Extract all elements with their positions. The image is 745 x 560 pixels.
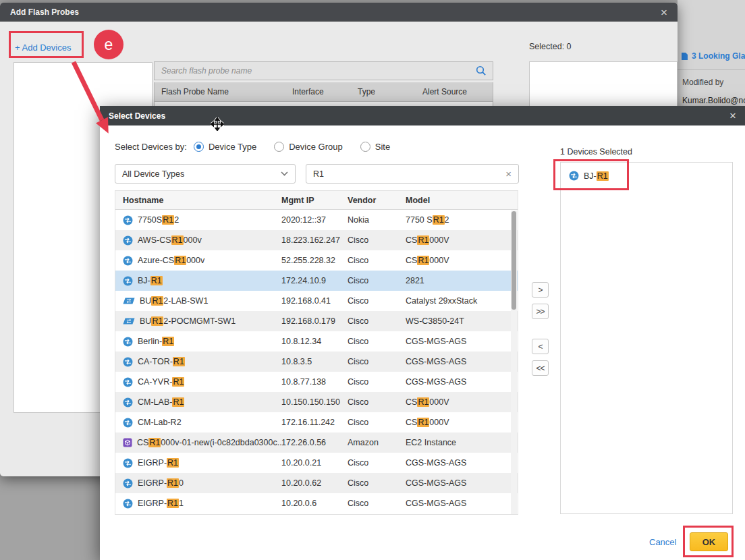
hostname-text: Berlin-R1 bbox=[138, 337, 174, 346]
table-row[interactable]: BUR12-LAB-SW1192.168.0.41CiscoCatalyst 2… bbox=[115, 291, 518, 311]
radio-label: Device Type bbox=[209, 142, 256, 152]
table-row[interactable]: CM-LAB-R110.150.150.150CiscoCSR1000V bbox=[115, 392, 518, 412]
hostname-text: BJ-R1 bbox=[138, 276, 163, 285]
radio-button-icon[interactable] bbox=[194, 142, 204, 152]
switch-icon bbox=[123, 297, 135, 305]
hostname-text: CA-YVR-R1 bbox=[138, 377, 184, 387]
radio-button-icon[interactable] bbox=[274, 142, 284, 152]
table-row[interactable]: CA-YVR-R110.8.77.138CiscoCGS-MGS-AGS bbox=[115, 372, 518, 392]
hostname-text: CSR1000v-01-new(i-0c82dbda0300c... bbox=[137, 438, 281, 447]
column-model: Model bbox=[406, 196, 518, 205]
search-highlight: R1 bbox=[174, 256, 186, 265]
close-icon[interactable]: × bbox=[729, 110, 736, 121]
vendor-cell: Cisco bbox=[348, 357, 406, 366]
add-devices-button[interactable]: + Add Devices bbox=[15, 43, 71, 53]
table-row[interactable]: CA-TOR-R110.8.3.5CiscoCGS-MGS-AGS bbox=[115, 352, 518, 372]
radio-group: Device TypeDevice GroupSite bbox=[187, 142, 390, 152]
table-row[interactable]: AWS-CSR1000v18.223.162.247CiscoCSR1000V bbox=[115, 230, 518, 250]
move-left-button[interactable]: < bbox=[532, 339, 549, 354]
mgmt-ip-cell: 172.16.11.242 bbox=[281, 418, 348, 427]
mgmt-ip-cell: 192.168.0.41 bbox=[281, 296, 348, 306]
vendor-cell: Amazon bbox=[348, 438, 406, 447]
model-cell: CGS-MGS-AGS bbox=[406, 499, 518, 508]
vendor-cell: Cisco bbox=[348, 397, 406, 407]
column-mgmt-ip: Mgmt IP bbox=[281, 196, 348, 205]
radio-label: Site bbox=[375, 142, 390, 152]
search-highlight: R1 bbox=[417, 235, 429, 245]
radio-device-group[interactable]: Device Group bbox=[274, 142, 342, 152]
router-icon bbox=[123, 418, 133, 428]
model-cell: CGS-MGS-AGS bbox=[406, 458, 518, 468]
hostname-cell: CM-Lab-R2 bbox=[115, 418, 281, 428]
router-icon bbox=[569, 171, 579, 181]
hostname-cell: EIGRP-R10 bbox=[115, 478, 281, 488]
hostname-cell: CSR1000v-01-new(i-0c82dbda0300c... bbox=[115, 438, 281, 447]
modified-by-value: Kumar.Bolido@nc bbox=[682, 96, 745, 105]
table-row[interactable]: CSR1000v-01-new(i-0c82dbda0300c...172.26… bbox=[115, 432, 518, 453]
model-cell: CGS-MGS-AGS bbox=[406, 337, 518, 346]
search-highlight: R1 bbox=[162, 337, 174, 346]
move-all-left-button[interactable]: << bbox=[532, 360, 549, 376]
clear-search-icon[interactable]: × bbox=[505, 169, 512, 179]
select-devices-dialog: Select Devices × Select Devices by: Devi… bbox=[100, 106, 745, 560]
table-row[interactable]: BJ-R1172.24.10.9Cisco2821 bbox=[115, 271, 518, 291]
search-highlight: R1 bbox=[167, 458, 179, 468]
close-icon[interactable]: × bbox=[661, 7, 667, 18]
table-row[interactable]: EIGRP-R1010.20.0.62CiscoCGS-MGS-AGS bbox=[115, 473, 518, 493]
radio-site[interactable]: Site bbox=[360, 142, 390, 152]
ok-button[interactable]: OK bbox=[690, 532, 728, 551]
model-cell: CGS-MGS-AGS bbox=[406, 478, 518, 488]
radio-device-type[interactable]: Device Type bbox=[194, 142, 256, 152]
hostname-text: EIGRP-R1 bbox=[138, 458, 179, 468]
selected-device-name: BJ-R1 bbox=[584, 171, 609, 181]
column-interface: Interface bbox=[292, 87, 324, 96]
search-highlight: R1 bbox=[173, 357, 185, 366]
router-icon bbox=[123, 397, 133, 408]
selected-device-item[interactable]: BJ-R1 bbox=[561, 166, 732, 186]
vendor-cell: Cisco bbox=[348, 235, 406, 245]
cancel-button[interactable]: Cancel bbox=[649, 537, 676, 547]
table-row[interactable]: EIGRP-R110.20.0.21CiscoCGS-MGS-AGS bbox=[115, 453, 518, 473]
table-row[interactable]: EIGRP-R1110.20.0.6CiscoCGS-MGS-AGS bbox=[115, 493, 518, 513]
table-row[interactable]: 7750SR122020:12::37Nokia7750 SR12 bbox=[115, 210, 518, 230]
device-search-value: R1 bbox=[313, 169, 324, 179]
search-highlight: R1 bbox=[171, 235, 184, 245]
model-cell: CGS-MGS-AGS bbox=[406, 377, 518, 387]
hostname-cell: 7750SR12 bbox=[115, 215, 281, 225]
search-highlight: R1 bbox=[151, 296, 163, 306]
search-highlight: R1 bbox=[433, 215, 445, 225]
router-icon bbox=[123, 499, 133, 509]
table-row[interactable]: Berlin-R110.8.12.34CiscoCGS-MGS-AGS bbox=[115, 331, 518, 352]
mgmt-ip-cell: 18.223.162.247 bbox=[281, 235, 348, 245]
radio-button-icon[interactable] bbox=[360, 142, 370, 152]
model-cell: 2821 bbox=[406, 276, 518, 285]
device-table-header: Hostname Mgmt IP Vendor Model bbox=[115, 191, 518, 210]
hostname-cell: CA-YVR-R1 bbox=[115, 377, 281, 387]
looking-glass-link[interactable]: 3 Looking Glass bbox=[681, 51, 745, 61]
scrollbar-thumb[interactable] bbox=[512, 211, 516, 310]
hostname-cell: BUR12-POCMGMT-SW1 bbox=[115, 316, 281, 326]
device-type-dropdown[interactable]: All Device Types bbox=[115, 164, 296, 184]
table-row[interactable]: BUR12-POCMGMT-SW1192.168.0.179CiscoWS-C3… bbox=[115, 311, 518, 331]
hostname-cell: CA-TOR-R1 bbox=[115, 357, 281, 367]
device-search-input[interactable]: R1 × bbox=[306, 164, 519, 184]
select-devices-titlebar[interactable]: Select Devices × bbox=[100, 106, 745, 125]
hostname-text: CM-Lab-R2 bbox=[138, 418, 182, 427]
model-cell: CSR1000V bbox=[406, 256, 518, 265]
table-row[interactable]: CM-Lab-R2172.16.11.242CiscoCSR1000V bbox=[115, 412, 518, 432]
select-devices-by-label: Select Devices by: bbox=[115, 142, 187, 152]
search-highlight: R1 bbox=[167, 478, 179, 488]
probe-search-field[interactable]: Search flash probe name bbox=[154, 61, 493, 80]
search-highlight: R1 bbox=[172, 397, 184, 407]
probe-search-placeholder: Search flash probe name bbox=[161, 66, 252, 76]
table-row[interactable]: Azure-CSR1000v52.255.228.32CiscoCSR1000V bbox=[115, 250, 518, 271]
search-highlight: R1 bbox=[148, 438, 161, 447]
vendor-cell: Cisco bbox=[348, 276, 406, 285]
vendor-cell: Cisco bbox=[348, 316, 406, 326]
hostname-text: BUR12-LAB-SW1 bbox=[140, 296, 208, 306]
move-right-button[interactable]: > bbox=[532, 282, 549, 298]
move-all-right-button[interactable]: >> bbox=[532, 304, 549, 319]
model-cell: CGS-MGS-AGS bbox=[406, 357, 518, 366]
column-type: Type bbox=[358, 87, 375, 96]
modified-by-label: Modified by bbox=[682, 78, 723, 87]
